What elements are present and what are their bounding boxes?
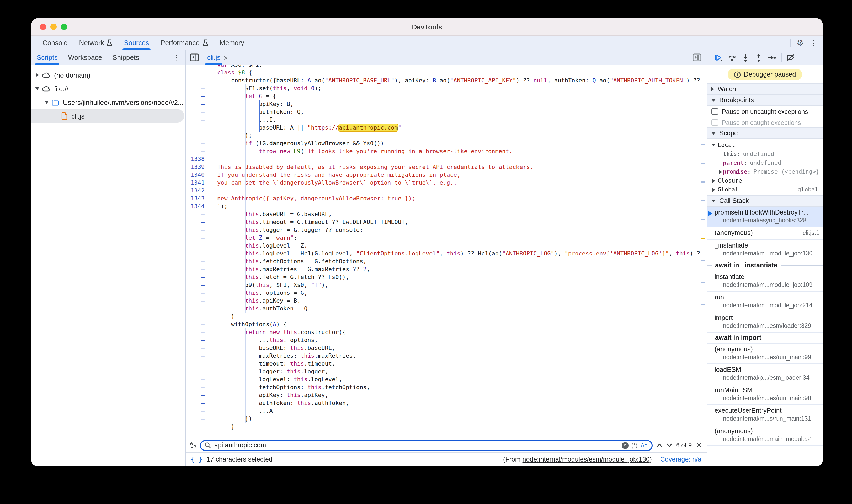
scope-section-global[interactable]: Globalglobal <box>707 185 823 194</box>
line-gutter[interactable]: – <box>186 124 210 132</box>
code-line[interactable]: –authToken: this.authToken, <box>186 399 707 407</box>
code-line[interactable]: –timeout: this.timeout, <box>186 360 707 368</box>
code-line[interactable]: –this.authToken = Q <box>186 305 707 312</box>
step-into-icon[interactable] <box>741 53 750 61</box>
search-query[interactable]: api.anthropic.com <box>214 442 618 449</box>
line-gutter[interactable]: 1342 <box>186 187 210 195</box>
code-line[interactable]: –baseURL: this.baseURL, <box>186 344 707 352</box>
code-line[interactable]: –} <box>186 312 707 321</box>
regex-toggle[interactable]: (*) <box>632 442 637 448</box>
breakpoint-option[interactable]: Pause on caught exceptions <box>707 117 823 128</box>
code-line[interactable]: –return new this.constructor({ <box>186 328 707 336</box>
line-gutter[interactable]: – <box>186 423 210 431</box>
line-gutter[interactable]: 1341 <box>186 179 210 187</box>
scope-section-local[interactable]: Local <box>707 141 823 149</box>
line-gutter[interactable]: – <box>186 352 210 360</box>
scope-property-promise[interactable]: promise:Promise {<pending>} <box>707 167 823 176</box>
code-line[interactable]: –} <box>186 423 707 431</box>
line-gutter[interactable]: – <box>186 336 210 344</box>
code-line[interactable]: –...A <box>186 407 707 415</box>
sidebar-tab-workspace[interactable]: Workspace <box>63 50 107 65</box>
code-line[interactable]: –this.fetchOptions = G.fetchOptions, <box>186 257 707 265</box>
line-gutter[interactable]: 1340 <box>186 171 210 179</box>
settings-gear-icon[interactable]: ⚙ <box>797 39 804 47</box>
line-gutter[interactable]: – <box>186 147 210 155</box>
code-line[interactable]: –apiKey: B, <box>186 100 707 108</box>
line-gutter[interactable]: 1344 <box>186 202 210 210</box>
line-gutter[interactable]: – <box>186 360 210 368</box>
code-line[interactable]: 1341you can set the \`dangerouslyAllowBr… <box>186 179 707 187</box>
deactivate-breakpoints-icon[interactable] <box>786 53 795 61</box>
line-gutter[interactable]: – <box>186 69 210 76</box>
navigator-more-icon[interactable]: ⋮ <box>173 50 185 65</box>
line-gutter[interactable]: – <box>186 234 210 242</box>
coverage-link[interactable]: Coverage: n/a <box>660 456 702 463</box>
code-line[interactable]: 1344`); <box>186 202 707 210</box>
code-line[interactable]: –logLevel: this.logLevel, <box>186 376 707 383</box>
code-line[interactable]: –this._options = G, <box>186 289 707 297</box>
resume-script-icon[interactable] <box>713 53 723 61</box>
search-result-marker[interactable] <box>701 304 705 305</box>
search-result-marker[interactable] <box>701 200 705 201</box>
callstack-frame[interactable]: executeUserEntryPointnode:internal/m...s… <box>707 405 823 425</box>
search-result-marker[interactable] <box>701 181 705 182</box>
code-line[interactable]: 1340If you understand the risks and have… <box>186 171 707 179</box>
code-line[interactable]: –this.timeout = G.timeout ?? Lw.DEFAULT_… <box>186 218 707 226</box>
line-gutter[interactable]: – <box>186 85 210 92</box>
line-gutter[interactable]: – <box>186 415 210 423</box>
search-result-marker[interactable] <box>701 144 705 145</box>
code-line[interactable]: –withOptions(A) { <box>186 321 707 328</box>
replace-toggle-icon[interactable]: A↳B <box>190 442 196 449</box>
code-line[interactable]: –this.baseURL = G.baseURL, <box>186 210 707 218</box>
clear-search-icon[interactable]: × <box>621 442 628 449</box>
line-gutter[interactable]: 1343 <box>186 195 210 202</box>
previous-match-icon[interactable] <box>656 443 662 447</box>
chevron-right-icon[interactable] <box>711 179 716 183</box>
callstack-frame[interactable]: instantiatenode:internal/m...module_job:… <box>707 271 823 292</box>
close-tab-icon[interactable]: × <box>224 53 228 61</box>
search-result-marker[interactable] <box>701 260 705 261</box>
code-line[interactable]: –this.apiKey = B, <box>186 297 707 305</box>
line-gutter[interactable]: – <box>186 399 210 407</box>
code-line[interactable]: –if (!G.dangerouslyAllowBrowser && Ys0()… <box>186 140 707 147</box>
code-line[interactable]: –}) <box>186 415 707 423</box>
line-gutter[interactable]: – <box>186 140 210 147</box>
code-line[interactable]: –this.logLevel = Z, <box>186 242 707 250</box>
line-gutter[interactable]: – <box>186 407 210 415</box>
step-icon[interactable] <box>767 53 777 61</box>
scope-section-closure[interactable]: Closure <box>707 176 823 185</box>
section-watch[interactable]: Watch <box>707 84 823 95</box>
line-gutter[interactable]: – <box>186 218 210 226</box>
tree-item-cli-js[interactable]: cli.js <box>32 109 184 123</box>
code-line[interactable]: 1339This is disabled by default, as it r… <box>186 163 707 171</box>
line-gutter[interactable]: – <box>186 210 210 218</box>
tree-item-users-jinhuilee-nvm-versions-node-v2-[interactable]: Users/jinhuilee/.nvm/versions/node/v2... <box>32 95 185 109</box>
line-gutter[interactable]: – <box>186 376 210 383</box>
code-line[interactable]: –this.logger = G.logger ?? console; <box>186 226 707 234</box>
line-gutter[interactable]: – <box>186 297 210 305</box>
chevron-right-icon[interactable] <box>35 73 40 77</box>
line-gutter[interactable]: – <box>186 289 210 297</box>
callstack-frame[interactable]: (anonymous)cli.js:1 <box>707 227 823 240</box>
chevron-down-icon[interactable] <box>711 144 716 146</box>
line-gutter[interactable]: – <box>186 383 210 391</box>
chevron-right-icon[interactable] <box>711 187 716 192</box>
code-line[interactable]: –let Z = "warn"; <box>186 234 707 242</box>
callstack-frame[interactable]: (anonymous)node:internal/m...main_module… <box>707 425 823 446</box>
code-line[interactable]: –let G = { <box>186 92 707 100</box>
search-result-marker[interactable] <box>701 238 705 239</box>
line-gutter[interactable]: – <box>186 108 210 116</box>
code-line[interactable]: –constructor({baseURL: A=ao("ANTHROPIC_B… <box>186 76 707 85</box>
code-line[interactable]: var Xs0, $F1; <box>186 65 707 69</box>
callstack-frame[interactable]: promiseInitHookWithDestroyTr...node:inte… <box>707 206 823 227</box>
tab-cli-js[interactable]: cli.js × <box>202 50 233 65</box>
line-gutter[interactable]: – <box>186 321 210 328</box>
code-line[interactable]: –apiKey: this.apiKey, <box>186 391 707 399</box>
callstack-frame[interactable]: (anonymous)node:internal/m...es/run_main… <box>707 343 823 364</box>
tab-sources[interactable]: Sources <box>118 36 155 50</box>
line-gutter[interactable]: – <box>186 226 210 234</box>
line-gutter[interactable]: 1338 <box>186 155 210 163</box>
chevron-down-icon[interactable] <box>35 87 40 90</box>
code-line[interactable]: –...I, <box>186 116 707 124</box>
next-match-icon[interactable] <box>666 443 672 447</box>
